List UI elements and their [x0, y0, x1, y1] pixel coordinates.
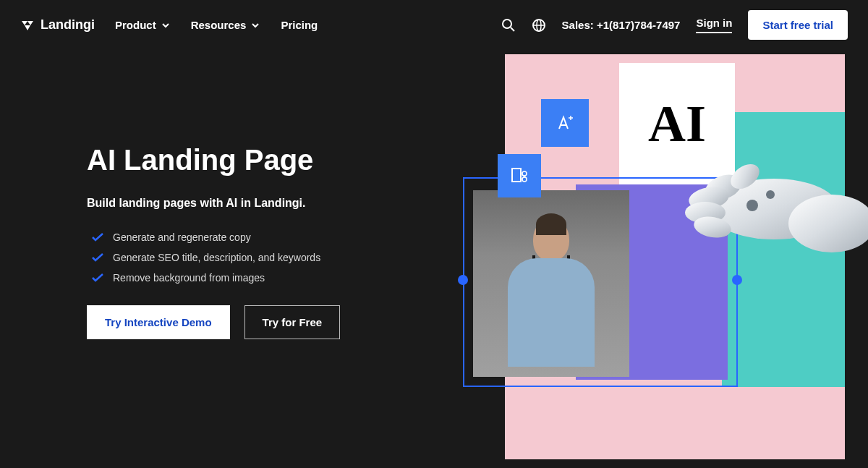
feature-item: Remove background from images	[87, 272, 434, 284]
globe-icon[interactable]	[532, 18, 546, 33]
svg-line-1	[511, 27, 514, 31]
start-free-trial-button[interactable]: Start free trial	[748, 10, 848, 40]
svg-point-0	[503, 20, 511, 28]
feature-list: Generate and regenerate copy Generate SE…	[87, 231, 434, 284]
search-icon[interactable]	[501, 18, 516, 33]
svg-rect-5	[512, 169, 521, 182]
hero-subtitle: Build landing pages with AI in Landingi.	[87, 197, 434, 210]
feature-text: Generate and regenerate copy	[113, 231, 251, 243]
header: Landingi Product Resources Pricing Sales…	[0, 0, 868, 50]
ai-text-icon	[541, 99, 589, 147]
nav-product-label: Product	[115, 19, 156, 31]
signin-link[interactable]: Sign in	[696, 17, 732, 33]
crop-icon	[498, 154, 541, 197]
chevron-down-icon	[161, 20, 171, 30]
try-free-button[interactable]: Try for Free	[244, 305, 341, 339]
hero-buttons: Try Interactive Demo Try for Free	[87, 305, 434, 339]
header-right: Sales: +1(817)784-7497 Sign in Start fre…	[501, 10, 848, 40]
sales-phone[interactable]: Sales: +1(817)784-7497	[562, 19, 681, 31]
nav-pricing[interactable]: Pricing	[281, 19, 318, 31]
person-photo	[473, 190, 629, 377]
chevron-down-icon	[250, 20, 260, 30]
try-demo-button[interactable]: Try Interactive Demo	[87, 305, 230, 339]
feature-text: Generate SEO title, description, and key…	[113, 252, 320, 263]
check-icon	[87, 273, 104, 283]
feature-item: Generate SEO title, description, and key…	[87, 252, 434, 263]
illustration-teal-bg	[722, 112, 845, 387]
selection-handle	[458, 275, 468, 285]
hero-illustration: AI	[505, 50, 845, 459]
check-icon	[87, 232, 104, 242]
check-icon	[87, 252, 104, 263]
nav-resources-label: Resources	[191, 19, 247, 31]
brand-name: Landingi	[41, 17, 95, 33]
brand-mark-icon	[20, 18, 35, 33]
ai-card: AI	[619, 63, 735, 184]
hero-title: AI Landing Page	[87, 144, 434, 176]
nav-product[interactable]: Product	[115, 19, 171, 31]
feature-item: Generate and regenerate copy	[87, 231, 434, 243]
hero-section: AI Landing Page Build landing pages with…	[0, 50, 868, 468]
selection-handle	[732, 275, 742, 285]
nav-resources[interactable]: Resources	[191, 19, 261, 31]
hero-left: AI Landing Page Build landing pages with…	[87, 50, 434, 468]
main-nav: Product Resources Pricing	[115, 19, 318, 31]
brand-logo[interactable]: Landingi	[20, 17, 95, 33]
feature-text: Remove background from images	[113, 272, 265, 284]
nav-pricing-label: Pricing	[281, 19, 318, 31]
